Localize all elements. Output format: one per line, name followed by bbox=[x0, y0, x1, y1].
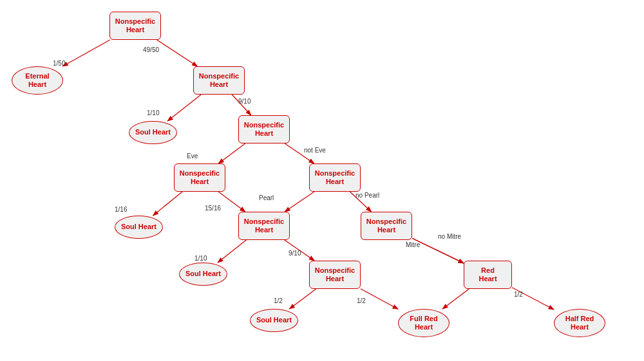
edge-label-15: 1/2 bbox=[357, 297, 366, 304]
node-n5: NonspecificHeart bbox=[238, 115, 290, 143]
edge-label-9: no Pearl bbox=[355, 192, 379, 199]
edge-15 bbox=[361, 289, 398, 310]
node-n6: NonspecificHeart bbox=[174, 163, 225, 192]
edge-8 bbox=[285, 192, 314, 212]
node-n2: EternalHeart bbox=[12, 66, 63, 95]
edge-4 bbox=[218, 143, 245, 163]
edge-label-17: 1/2 bbox=[514, 291, 523, 298]
edge-0 bbox=[62, 40, 109, 66]
edge-7 bbox=[218, 192, 245, 212]
edge-label-12: Mitre bbox=[406, 241, 420, 248]
edge-label-4: Eve bbox=[187, 153, 198, 160]
edge-label-13: no Mitre bbox=[438, 233, 461, 240]
edge-14 bbox=[289, 289, 316, 309]
node-n11: Soul Heart bbox=[179, 263, 227, 286]
node-n9: NonspecificHeart bbox=[238, 212, 290, 240]
edge-label-0: 1/50 bbox=[53, 60, 65, 67]
node-n8: Soul Heart bbox=[115, 216, 163, 239]
edge-label-2: 1/10 bbox=[147, 109, 159, 116]
node-n4: Soul Heart bbox=[129, 121, 177, 144]
node-n3: NonspecificHeart bbox=[193, 66, 245, 95]
node-n12: NonspecificHeart bbox=[309, 261, 361, 289]
node-n10: NonspecificHeart bbox=[361, 212, 412, 240]
node-n13: RedHeart bbox=[464, 261, 512, 289]
edge-label-14: 1/2 bbox=[274, 297, 283, 304]
edge-label-3: 9/10 bbox=[238, 98, 251, 105]
edge-label-11: 9/10 bbox=[289, 250, 301, 257]
edge-1 bbox=[157, 40, 198, 66]
diagram-container: NonspecificHeartEternalHeartNonspecificH… bbox=[0, 0, 644, 361]
edge-label-8: Pearl bbox=[259, 194, 274, 201]
edge-6 bbox=[153, 192, 182, 216]
node-n7: NonspecificHeart bbox=[309, 163, 361, 192]
edge-2 bbox=[167, 95, 201, 121]
edge-16 bbox=[442, 289, 469, 309]
edge-label-5: not Eve bbox=[304, 147, 326, 154]
edge-label-1: 49/50 bbox=[143, 46, 159, 53]
edge-label-7: 15/16 bbox=[205, 205, 221, 212]
node-n1: NonspecificHeart bbox=[109, 12, 161, 40]
node-n14: Soul Heart bbox=[250, 309, 298, 332]
edge-label-10: 1/10 bbox=[194, 255, 207, 262]
node-n16: Half RedHeart bbox=[554, 309, 605, 337]
node-n15: Full RedHeart bbox=[398, 309, 450, 337]
edge-10 bbox=[218, 240, 246, 263]
edge-label-6: 1/16 bbox=[115, 206, 127, 213]
